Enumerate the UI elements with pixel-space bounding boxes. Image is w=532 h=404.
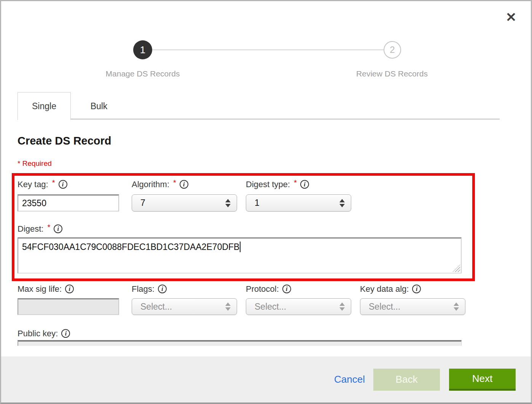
protocol-label: Protocol: i <box>246 284 291 294</box>
dialog-footer: Cancel Back Next <box>1 356 531 402</box>
key-tag-label: Key tag: * i <box>18 180 67 189</box>
flags-select-value: Select... <box>140 302 225 312</box>
info-icon[interactable]: i <box>282 285 291 293</box>
key-data-alg-label-text: Key data alg: <box>360 284 409 294</box>
protocol-select-value: Select... <box>255 302 339 312</box>
digest-type-select-value: 1 <box>255 198 339 208</box>
info-icon[interactable]: i <box>300 180 309 189</box>
info-icon[interactable]: i <box>65 285 74 293</box>
select-arrows-icon <box>225 302 231 311</box>
required-star: * <box>294 178 297 187</box>
step-2-label: Review DS Records <box>356 69 428 78</box>
tab-bar-underline <box>71 119 500 119</box>
info-icon[interactable]: i <box>412 285 421 293</box>
required-star: * <box>52 178 55 187</box>
select-arrows-icon <box>225 199 231 207</box>
step-1-circle: 1 <box>133 40 152 59</box>
algorithm-select[interactable]: 7 <box>132 194 237 212</box>
info-icon[interactable]: i <box>61 329 70 338</box>
flags-label-text: Flags: <box>132 284 155 294</box>
digest-value: 54FCF030AA1C79C0088FDEC1BD1C37DAA2E70DFB <box>22 242 239 252</box>
public-key-label: Public key: i <box>18 329 70 339</box>
info-icon[interactable]: i <box>158 285 167 293</box>
tab-bulk[interactable]: Bulk <box>82 98 116 114</box>
protocol-label-text: Protocol: <box>246 284 279 294</box>
key-data-alg-label: Key data alg: i <box>360 284 421 294</box>
text-caret <box>240 242 241 252</box>
flags-label: Flags: i <box>132 284 167 294</box>
resize-handle-icon[interactable] <box>452 264 460 272</box>
public-key-textarea[interactable] <box>18 340 462 346</box>
required-star: * <box>173 178 176 187</box>
digest-textarea[interactable]: 54FCF030AA1C79C0088FDEC1BD1C37DAA2E70DFB <box>18 237 462 274</box>
step-2-circle: 2 <box>384 41 401 59</box>
key-tag-label-text: Key tag: <box>18 180 48 189</box>
page-title: Create DS Record <box>18 135 111 147</box>
algorithm-label: Algorithm: * i <box>132 180 188 189</box>
select-arrows-icon <box>339 199 345 207</box>
algorithm-select-value: 7 <box>140 198 225 208</box>
max-sig-life-input[interactable] <box>18 298 119 315</box>
cancel-button[interactable]: Cancel <box>334 374 365 385</box>
stepper-connector-line <box>152 49 384 50</box>
flags-select[interactable]: Select... <box>132 298 237 315</box>
key-tag-input[interactable] <box>18 194 119 212</box>
info-icon[interactable]: i <box>54 224 62 233</box>
protocol-select[interactable]: Select... <box>246 298 351 315</box>
digest-label: Digest: * i <box>18 224 62 234</box>
step-1-label: Manage DS Records <box>106 69 180 78</box>
digest-type-label-text: Digest type: <box>246 180 290 189</box>
digest-type-label: Digest type: * i <box>246 180 309 189</box>
public-key-label-text: Public key: <box>18 329 58 339</box>
info-icon[interactable]: i <box>59 180 67 189</box>
back-button[interactable]: Back <box>373 369 440 391</box>
algorithm-label-text: Algorithm: <box>132 180 169 189</box>
max-sig-life-label-text: Max sig life: <box>18 284 62 294</box>
info-icon[interactable]: i <box>180 180 188 189</box>
select-arrows-icon <box>339 302 345 311</box>
digest-type-select[interactable]: 1 <box>246 194 351 212</box>
max-sig-life-label: Max sig life: i <box>18 284 74 294</box>
next-button[interactable]: Next <box>449 369 516 391</box>
required-star: * <box>47 223 50 232</box>
create-ds-record-dialog: ✕ 1 2 Manage DS Records Review DS Record… <box>0 0 532 404</box>
tab-single[interactable]: Single <box>18 92 71 120</box>
close-icon[interactable]: ✕ <box>504 10 518 24</box>
digest-label-text: Digest: <box>18 224 43 234</box>
key-data-alg-select[interactable]: Select... <box>360 298 465 315</box>
select-arrows-icon <box>454 302 459 311</box>
key-data-alg-select-value: Select... <box>369 302 454 312</box>
required-note: * Required <box>18 159 52 168</box>
